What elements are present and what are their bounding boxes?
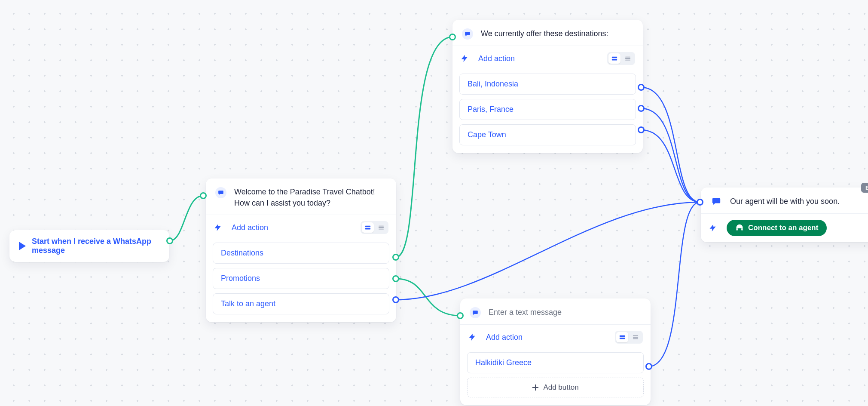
- destinations-action-row: Add action: [452, 46, 643, 71]
- destinations-message: We currently offer these destinations:: [481, 28, 608, 39]
- promotions-node[interactable]: Enter a text message Add action Halkidik…: [460, 298, 651, 405]
- port-bali-out[interactable]: [638, 84, 645, 91]
- svg-rect-14: [633, 338, 638, 339]
- add-button-label: Add button: [543, 383, 578, 392]
- option-bali[interactable]: Bali, Indonesia: [459, 74, 636, 95]
- message-icon: [462, 28, 473, 40]
- welcome-node[interactable]: Welcome to the Paradise Travel Chatbot! …: [206, 178, 396, 322]
- agent-message: Our agent will be with you soon.: [730, 196, 840, 207]
- promotions-options: Halkidiki Greece Add button: [460, 350, 651, 405]
- port-welcome-agent-out[interactable]: [392, 296, 399, 303]
- svg-rect-6: [612, 59, 617, 61]
- port-agent-in[interactable]: [697, 199, 703, 206]
- welcome-message: Welcome to the Paradise Travel Chatbot! …: [234, 186, 387, 209]
- port-capetown-out[interactable]: [638, 126, 645, 133]
- add-action-button[interactable]: Add action: [232, 223, 268, 232]
- option-cape-town[interactable]: Cape Town: [459, 124, 636, 145]
- welcome-action-row: Add action: [206, 215, 396, 240]
- port-welcome-destinations-out[interactable]: [392, 254, 399, 261]
- connect-to-agent-button[interactable]: Connect to an agent: [727, 220, 827, 236]
- promotions-action-row: Add action: [460, 324, 651, 350]
- bolt-icon: [460, 54, 469, 63]
- promotions-message-placeholder[interactable]: Enter a text message: [489, 307, 562, 318]
- flow-canvas[interactable]: Start when I receive a WhatsApp message …: [0, 0, 868, 406]
- view-toggle-list[interactable]: [630, 332, 642, 342]
- bolt-icon: [468, 333, 477, 341]
- svg-rect-0: [365, 226, 370, 228]
- port-halkidiki-out[interactable]: [645, 363, 652, 370]
- svg-rect-13: [633, 337, 638, 338]
- message-icon: [710, 195, 722, 207]
- trigger-node[interactable]: Start when I receive a WhatsApp message: [9, 230, 169, 262]
- svg-rect-2: [379, 226, 384, 227]
- end-badge: END: [861, 183, 868, 193]
- port-welcome-promotions-out[interactable]: [392, 275, 399, 282]
- add-action-button[interactable]: Add action: [486, 333, 523, 342]
- view-toggle-list[interactable]: [375, 222, 387, 233]
- add-button[interactable]: Add button: [467, 378, 644, 397]
- agent-header: Our agent will be with you soon.: [701, 188, 868, 213]
- option-destinations[interactable]: Destinations: [213, 243, 389, 264]
- view-toggle-list[interactable]: [622, 53, 634, 64]
- svg-rect-16: [741, 228, 743, 231]
- port-welcome-in[interactable]: [200, 192, 207, 199]
- play-icon: [19, 242, 26, 250]
- bolt-icon: [709, 224, 717, 232]
- view-toggle: [615, 331, 643, 344]
- welcome-options: Destinations Promotions Talk to an agent: [206, 240, 396, 322]
- svg-rect-3: [379, 227, 384, 228]
- headset-icon: [735, 224, 744, 232]
- port-trigger-out[interactable]: [166, 237, 173, 244]
- destinations-node[interactable]: We currently offer these destinations: A…: [452, 20, 643, 153]
- svg-rect-8: [625, 58, 630, 59]
- view-toggle-card[interactable]: [616, 332, 628, 342]
- view-toggle: [607, 52, 635, 65]
- port-paris-out[interactable]: [638, 105, 645, 112]
- promotions-header: Enter a text message: [460, 298, 651, 324]
- connect-label: Connect to an agent: [748, 224, 818, 232]
- svg-rect-11: [620, 338, 625, 339]
- option-halkidiki[interactable]: Halkidiki Greece: [467, 352, 644, 373]
- view-toggle: [361, 221, 388, 234]
- welcome-header: Welcome to the Paradise Travel Chatbot! …: [206, 178, 396, 215]
- view-toggle-card[interactable]: [362, 222, 374, 233]
- trigger-label: Start when I receive a WhatsApp message: [32, 237, 160, 255]
- option-talk-to-agent[interactable]: Talk to an agent: [213, 293, 389, 314]
- destinations-header: We currently offer these destinations:: [452, 20, 643, 46]
- option-paris[interactable]: Paris, France: [459, 99, 636, 120]
- svg-rect-9: [625, 60, 630, 61]
- port-promotions-in[interactable]: [457, 312, 464, 319]
- view-toggle-card[interactable]: [608, 53, 620, 64]
- svg-rect-4: [379, 229, 384, 230]
- destinations-options: Bali, Indonesia Paris, France Cape Town: [452, 71, 643, 153]
- svg-rect-10: [620, 335, 625, 337]
- agent-node[interactable]: END Our agent will be with you soon.: [701, 188, 868, 242]
- svg-rect-12: [633, 335, 638, 336]
- option-promotions[interactable]: Promotions: [213, 268, 389, 289]
- svg-rect-1: [365, 228, 370, 230]
- agent-action-row: Connect to an agent: [701, 213, 868, 242]
- message-icon: [470, 307, 481, 318]
- svg-rect-7: [625, 57, 630, 58]
- svg-rect-5: [612, 57, 617, 58]
- svg-rect-15: [737, 228, 738, 231]
- bolt-icon: [214, 223, 222, 232]
- port-destinations-in[interactable]: [449, 34, 456, 40]
- plus-icon: [532, 384, 539, 391]
- message-icon: [215, 187, 226, 198]
- add-action-button[interactable]: Add action: [478, 54, 515, 63]
